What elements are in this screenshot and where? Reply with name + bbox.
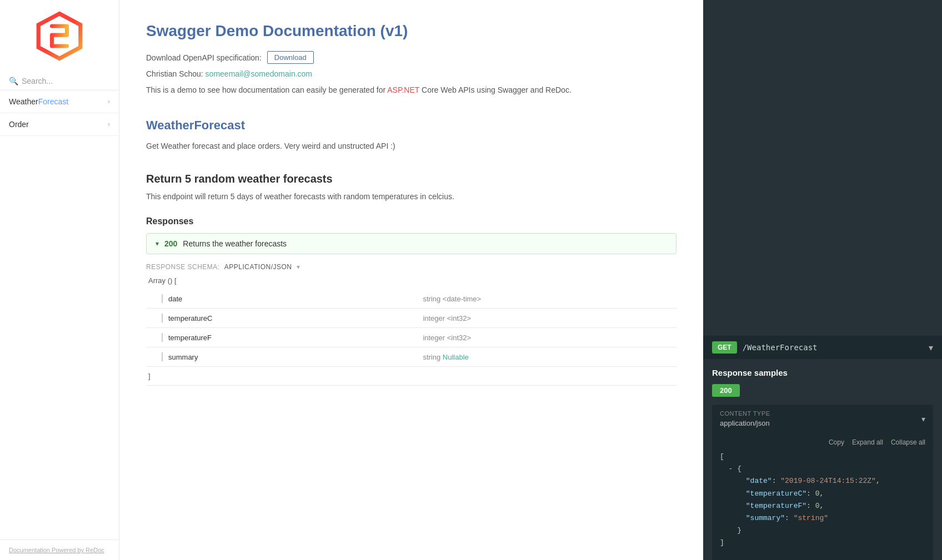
- logo-area: [0, 0, 119, 72]
- right-panel: GET /WeatherForecast ▾ Response samples …: [703, 0, 942, 560]
- response-200-row: ▾ 200 Returns the weather forecasts: [146, 233, 677, 254]
- response-samples-title: Response samples: [712, 368, 933, 377]
- json-tempc-key: "temperatureC": 0,: [720, 490, 824, 498]
- schema-dropdown-icon[interactable]: ▾: [297, 263, 300, 271]
- nullable-link[interactable]: Nullable: [443, 353, 469, 361]
- nav-label-order: Order: [9, 120, 29, 129]
- redoc-link[interactable]: Documentation Powered by ReDoc: [9, 547, 104, 553]
- endpoint-path: /WeatherForecast: [743, 343, 923, 352]
- json-viewer: Copy Expand all Collapse all [ - { "date…: [712, 433, 933, 560]
- copy-button[interactable]: Copy: [829, 438, 844, 446]
- field-type-temperaturef: integer <int32>: [418, 328, 677, 347]
- author-row: Christian Schou: someemail@somedomain.co…: [146, 69, 677, 78]
- endpoint-desc: This endpoint will return 5 days of weat…: [146, 192, 677, 201]
- expand-icon[interactable]: ▾: [929, 342, 933, 353]
- json-date-key: "date": "2019-08-24T14:15:22Z",: [720, 477, 880, 485]
- field-name-date: date: [146, 289, 418, 309]
- nav-label-weatherforecast: WeatherForecast: [9, 97, 68, 106]
- json-dash-brace: - {: [720, 465, 741, 473]
- field-type-temperaturec: integer <int32>: [418, 309, 677, 328]
- author-email-link[interactable]: someemail@somedomain.com: [206, 69, 312, 78]
- json-actions: Copy Expand all Collapse all: [720, 438, 925, 446]
- content-type-row: Content type application/json ▾: [712, 405, 933, 433]
- author-label: Christian Schou:: [146, 69, 203, 78]
- field-name-temperaturec: temperatureC: [146, 309, 418, 328]
- search-bar[interactable]: 🔍 Search...: [0, 72, 119, 90]
- download-button[interactable]: Download: [267, 51, 314, 64]
- description-row: This is a demo to see how documentation …: [146, 84, 677, 96]
- content-type-value: application/json: [720, 419, 770, 427]
- logo-icon: [34, 11, 84, 61]
- search-placeholder: Search...: [22, 77, 53, 85]
- sidebar-footer: Documentation Powered by ReDoc: [0, 539, 119, 560]
- json-summary-key: "summary": "string": [720, 514, 828, 522]
- section-title: WeatherForecast: [146, 118, 677, 133]
- table-row: summary string Nullable: [146, 347, 677, 367]
- schema-type: application/json: [224, 263, 292, 271]
- aspnet-text: ASP.NET: [387, 85, 419, 94]
- download-row: Download OpenAPI specification: Download: [146, 51, 677, 64]
- response-schema-row: RESPONSE SCHEMA: application/json ▾: [146, 263, 677, 271]
- field-name-temperaturef: temperatureF: [146, 328, 418, 347]
- search-icon: 🔍: [9, 77, 18, 85]
- json-close-brace: }: [720, 526, 741, 534]
- status-200-badge[interactable]: 200: [712, 384, 740, 397]
- table-row: temperatureF integer <int32>: [146, 328, 677, 347]
- json-content: [ - { "date": "2019-08-24T14:15:22Z", "t…: [720, 451, 925, 549]
- responses-title: Responses: [146, 216, 677, 226]
- json-open-bracket: [: [720, 452, 724, 461]
- content-type-info: Content type application/json: [720, 410, 770, 427]
- schema-table: date string <date-time> temperatureC int…: [146, 289, 677, 386]
- sidebar-item-weatherforecast[interactable]: WeatherForecast ›: [0, 90, 119, 113]
- endpoint-bar: GET /WeatherForecast ▾: [703, 336, 942, 359]
- collapse-all-button[interactable]: Collapse all: [891, 438, 925, 446]
- table-row: date string <date-time>: [146, 289, 677, 309]
- field-name-summary: summary: [146, 347, 418, 367]
- content-type-label: Content type: [720, 410, 770, 417]
- main-content: Swagger Demo Documentation (v1) Download…: [119, 0, 703, 560]
- field-type-date: string <date-time>: [418, 289, 677, 309]
- expand-all-button[interactable]: Expand all: [852, 438, 883, 446]
- page-title: Swagger Demo Documentation (v1): [146, 22, 677, 40]
- section-desc: Get Weather forecast and place orders. V…: [146, 142, 677, 150]
- endpoint-title: Return 5 random weather forecasts: [146, 173, 677, 185]
- json-tempf-key: "temperatureF": 0,: [720, 502, 824, 510]
- response-200-label: Returns the weather forecasts: [183, 239, 287, 248]
- table-row: temperatureC integer <int32>: [146, 309, 677, 328]
- chevron-right-icon-order: ›: [108, 120, 110, 128]
- content-type-chevron-icon[interactable]: ▾: [921, 415, 925, 423]
- sidebar-item-order[interactable]: Order ›: [0, 113, 119, 136]
- schema-label: RESPONSE SCHEMA:: [146, 263, 220, 271]
- array-close: ]: [146, 367, 677, 386]
- right-top-spacer: [703, 0, 942, 336]
- response-samples-section: Response samples 200 Content type applic…: [703, 359, 942, 560]
- download-label: Download OpenAPI specification:: [146, 53, 262, 62]
- get-badge: GET: [712, 341, 737, 354]
- json-close-bracket: ]: [720, 538, 724, 547]
- field-type-summary: string Nullable: [418, 347, 677, 367]
- chevron-down-icon: ▾: [156, 240, 159, 248]
- response-code: 200: [164, 239, 177, 248]
- array-label: Array () [: [146, 276, 677, 285]
- chevron-right-icon: ›: [108, 98, 110, 105]
- sidebar: 🔍 Search... WeatherForecast › Order › Do…: [0, 0, 119, 560]
- table-row-close: ]: [146, 367, 677, 386]
